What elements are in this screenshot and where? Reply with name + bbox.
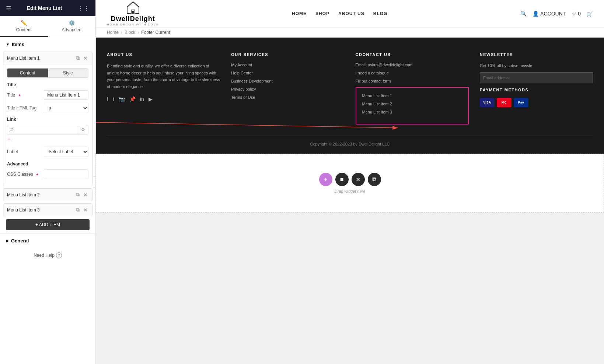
hamburger-icon[interactable]: ☰ xyxy=(6,5,11,12)
footer-newsletter-title: NEWSLETTER xyxy=(480,52,593,57)
title-field-row: Title ✦ xyxy=(7,90,88,100)
title-section-label: Title xyxy=(7,82,88,87)
items-section-header[interactable]: ▼ Items xyxy=(0,37,95,52)
account-button[interactable]: 👤 ACCOUNT xyxy=(533,11,566,17)
footer-link-help[interactable]: Help Center xyxy=(231,71,344,75)
general-section: ▶ General xyxy=(0,233,95,248)
menu-item-1-actions: ⧉ ✕ xyxy=(75,55,88,61)
sub-tab-content[interactable]: Content xyxy=(7,69,48,77)
main-area: DwellDelight HOME DECOR WITH LOVE HOME S… xyxy=(96,0,604,364)
css-classes-row: CSS Classes ✦ xyxy=(7,169,88,179)
move-widget-button[interactable]: ■ xyxy=(335,173,349,186)
link-settings-btn[interactable]: ⚙ xyxy=(78,125,88,134)
items-section-label: Items xyxy=(12,42,24,47)
menu-item-card-1: Menu List Item 1 ⧉ ✕ Content Style xyxy=(3,52,92,186)
menu-item-1-delete[interactable]: ✕ xyxy=(83,55,88,61)
title-section: Title Title ✦ xyxy=(7,82,88,113)
site-header: DwellDelight HOME DECOR WITH LOVE HOME S… xyxy=(96,0,604,28)
link-section: Link ⚙ ← xyxy=(7,117,88,143)
breadcrumb-sep-1: › xyxy=(121,30,122,35)
footer-social: f t 📷 📌 in ▶ xyxy=(107,96,220,102)
left-panel: ☰ Edit Menu List ⋮⋮ ✏️ Content ⚙️ Advanc… xyxy=(0,0,96,364)
sub-tab-style[interactable]: Style xyxy=(48,69,88,77)
drag-hint: Drag widget here xyxy=(335,189,366,193)
social-pinterest[interactable]: 📌 xyxy=(129,96,136,102)
paypal-icon: Pay xyxy=(514,98,528,107)
css-classes-label: CSS Classes ✦ xyxy=(7,172,44,177)
menu-item-1-duplicate[interactable]: ⧉ xyxy=(75,55,80,61)
css-dynamic-icon[interactable]: ✦ xyxy=(36,172,39,176)
need-help[interactable]: Need Help ? xyxy=(0,248,95,263)
menu-item-1-title: Menu List Item 1 xyxy=(7,56,75,61)
search-button[interactable]: 🔍 xyxy=(520,11,527,17)
link-section-label: Link xyxy=(7,117,88,122)
canvas-area: ABOUT US Blending style and quality, we … xyxy=(96,38,604,364)
site-logo: DwellDelight HOME DECOR WITH LOVE xyxy=(107,1,159,26)
label-select[interactable]: Select Label xyxy=(44,147,88,157)
html-tag-label: Title HTML Tag xyxy=(7,105,44,111)
grid-icon[interactable]: ⋮⋮ xyxy=(78,5,90,12)
tab-advanced[interactable]: ⚙️ Advanced xyxy=(48,16,96,37)
menu-item-3-actions: ⧉ ✕ xyxy=(75,207,88,213)
nav-shop[interactable]: SHOP xyxy=(315,11,329,16)
menu-item-card-3: Menu List Item 3 ⧉ ✕ xyxy=(3,203,92,216)
menu-item-3-duplicate[interactable]: ⧉ xyxy=(75,207,80,213)
html-tag-select[interactable]: p h1 h2 span xyxy=(44,103,88,113)
breadcrumb-block[interactable]: Block xyxy=(125,30,135,35)
title-input[interactable] xyxy=(44,90,88,100)
nav-home[interactable]: HOME xyxy=(292,11,307,16)
footer-link-business[interactable]: Business Development xyxy=(231,79,344,83)
footer-about-text: Blending style and quality, we offer a d… xyxy=(107,63,220,90)
menu-item-1-header: Menu List Item 1 ⧉ ✕ xyxy=(3,52,92,64)
footer-services-col: OUR SERVICES My Account Help Center Busi… xyxy=(231,52,344,125)
items-collapse-arrow: ▼ xyxy=(6,42,10,46)
nav-blog[interactable]: BLOG xyxy=(373,11,388,16)
social-facebook[interactable]: f xyxy=(107,96,108,102)
sub-tabs: Content Style xyxy=(7,68,88,78)
add-widget-button[interactable]: + xyxy=(319,173,332,186)
footer-contact-title: CDONTACT US xyxy=(356,52,469,57)
title-dynamic-icon[interactable]: ✦ xyxy=(18,93,21,97)
wishlist-button[interactable]: ♡ 0 xyxy=(572,11,581,17)
footer-link-privacy[interactable]: Privacy policy xyxy=(231,87,344,91)
breadcrumb: Home › Block › Footer Current xyxy=(96,28,604,38)
cart-button[interactable]: 🛒 xyxy=(587,11,593,17)
social-instagram[interactable]: 📷 xyxy=(119,96,125,102)
social-linkedin[interactable]: in xyxy=(140,96,144,102)
breadcrumb-home[interactable]: Home xyxy=(107,30,119,35)
site-header-right: 🔍 👤 ACCOUNT ♡ 0 🛒 xyxy=(520,11,593,17)
general-section-label: General xyxy=(11,238,29,244)
advanced-sub-label: Advanced xyxy=(7,161,88,167)
advanced-tab-icon: ⚙️ xyxy=(69,20,75,26)
need-help-label: Need Help xyxy=(34,253,55,258)
nav-about[interactable]: ABOUT US xyxy=(338,11,364,16)
general-section-header[interactable]: ▶ General xyxy=(6,238,90,244)
logo-container: DwellDelight HOME DECOR WITH LOVE xyxy=(107,1,159,26)
add-item-button[interactable]: + ADD ITEM xyxy=(6,219,90,230)
footer-copyright: Copyright © 2022-2023 by DwellDelight LL… xyxy=(107,136,593,146)
menu-item-3-delete[interactable]: ✕ xyxy=(83,207,88,213)
social-youtube[interactable]: ▶ xyxy=(149,96,153,102)
menu-item-3-header: Menu List Item 3 ⧉ ✕ xyxy=(3,204,92,216)
copy-widget-button[interactable]: ⧉ xyxy=(368,173,381,186)
footer-menu-item-1: Menu List Item 1 xyxy=(362,94,462,98)
menu-item-2-duplicate[interactable]: ⧉ xyxy=(75,192,80,198)
link-input[interactable] xyxy=(7,125,78,134)
newsletter-input[interactable] xyxy=(480,72,593,83)
account-icon: 👤 xyxy=(533,11,539,17)
close-widget-button[interactable]: ✕ xyxy=(352,173,365,186)
social-twitter[interactable]: t xyxy=(113,96,114,102)
panel-collapse-handle[interactable]: ‹ xyxy=(93,176,96,188)
footer-contact-email: Email: askus@dwelldelight.com xyxy=(356,63,469,67)
tab-content[interactable]: ✏️ Content xyxy=(0,16,48,37)
css-classes-input[interactable] xyxy=(44,169,88,179)
footer-contact-col: CDONTACT US Email: askus@dwelldelight.co… xyxy=(356,52,469,125)
css-classes-input-wrap xyxy=(44,169,88,179)
menu-item-2-delete[interactable]: ✕ xyxy=(83,192,88,198)
red-arrow-icon: ← xyxy=(7,135,14,143)
footer-contact-form: Fill out contact form xyxy=(356,79,469,83)
menu-item-1-expanded: Content Style Title Title ✦ xyxy=(3,64,92,186)
footer-link-terms[interactable]: Terms of Use xyxy=(231,95,344,99)
footer-link-account[interactable]: My Account xyxy=(231,63,344,67)
menu-list-items: Menu List Item 1 ⧉ ✕ Content Style xyxy=(0,52,95,230)
